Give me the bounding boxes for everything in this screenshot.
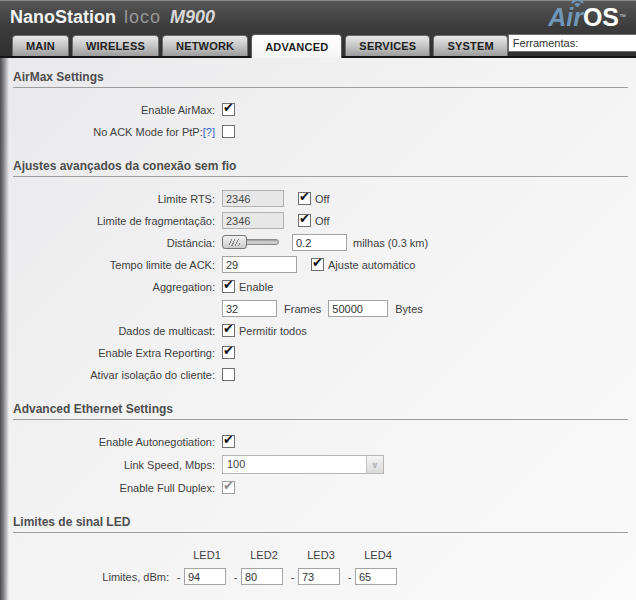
frag-limit-input[interactable]	[222, 212, 284, 229]
wifi-icon	[570, 0, 585, 7]
aggregation-frames-input[interactable]	[222, 300, 277, 317]
brand-model: M900	[170, 7, 215, 27]
tab-system[interactable]: SYSTEM	[433, 35, 507, 56]
link-speed-label: Link Speed, Mbps:	[0, 459, 222, 471]
enable-airmax-row: Enable AirMax:	[0, 101, 636, 118]
rts-off-checkbox[interactable]	[298, 192, 311, 205]
led2-input[interactable]	[241, 568, 283, 585]
minus-sign: -	[287, 571, 298, 583]
distance-slider[interactable]	[222, 235, 279, 250]
led1-header: LED1	[173, 549, 230, 561]
rts-off-label: Off	[315, 193, 329, 205]
led4-header: LED4	[344, 549, 401, 561]
main-content: AirMax Settings Enable AirMax: No ACK Mo…	[0, 58, 636, 600]
distance-unit: milhas (0.3 km)	[353, 237, 428, 249]
ack-timeout-input[interactable]	[222, 256, 297, 273]
airos-logo-os: OS	[583, 3, 619, 31]
auto-adjust-label: Ajuste automático	[328, 259, 415, 271]
client-isolation-row: Ativar isolação do cliente:	[0, 366, 636, 383]
distance-label: Distância:	[0, 237, 222, 249]
rts-row: Limite RTS: Off	[0, 190, 636, 207]
tab-services[interactable]: SERVICES	[345, 35, 430, 56]
led4-input[interactable]	[355, 568, 397, 585]
aggregation-params-row: Frames Bytes	[0, 300, 636, 317]
autonegotiation-label: Enable Autonegotiation:	[0, 436, 222, 448]
airmax-section: Enable AirMax: No ACK Mode for PtP:[?]	[0, 88, 636, 147]
help-link[interactable]: [?]	[203, 126, 215, 138]
autonegotiation-checkbox[interactable]	[222, 435, 235, 448]
brand-sub: loco	[124, 7, 161, 27]
tab-advanced[interactable]: ADVANCED	[251, 34, 342, 58]
tabs: MAIN WIRELESS NETWORK ADVANCED SERVICES …	[12, 34, 508, 56]
client-isolation-checkbox[interactable]	[222, 368, 235, 381]
tab-main[interactable]: MAIN	[12, 35, 69, 56]
full-duplex-label: Enable Full Duplex:	[0, 482, 222, 494]
tools-select[interactable]: Ferramentas: ∨	[508, 34, 636, 52]
multicast-allow-checkbox[interactable]	[222, 324, 235, 337]
airmax-section-title: AirMax Settings	[13, 70, 628, 88]
tab-bar: MAIN WIRELESS NETWORK ADVANCED SERVICES …	[0, 32, 636, 58]
led2-header: LED2	[230, 549, 287, 561]
aggregation-label: Aggregation:	[0, 281, 222, 293]
ethernet-section: Enable Autonegotiation: Link Speed, Mbps…	[0, 420, 636, 503]
tab-wireless[interactable]: WIRELESS	[72, 35, 159, 56]
rts-limit-input[interactable]	[222, 190, 284, 207]
led-headers-row: LED1 LED2 LED3 LED4	[0, 546, 636, 563]
enable-airmax-checkbox[interactable]	[222, 103, 235, 116]
frag-off-label: Off	[315, 215, 329, 227]
distance-row: Distância: milhas (0.3 km)	[0, 234, 636, 251]
frames-label: Frames	[284, 303, 321, 315]
wireless-adv-section: Limite RTS: Off Limite de fragmentação: …	[0, 177, 636, 390]
airos-logo: AirOS™	[548, 4, 626, 30]
aggregation-enable-checkbox[interactable]	[222, 280, 235, 293]
led-limits-label: Limites, dBm:	[0, 571, 173, 583]
no-ack-row: No ACK Mode for PtP:[?]	[0, 123, 636, 140]
led-limits-inputs: - - - -	[173, 568, 401, 585]
led-limits-row: Limites, dBm: - - - -	[0, 568, 636, 585]
bytes-label: Bytes	[395, 303, 423, 315]
led1-input[interactable]	[184, 568, 226, 585]
led3-input[interactable]	[298, 568, 340, 585]
link-speed-row: Link Speed, Mbps: 100 ∨	[0, 455, 636, 474]
slider-handle[interactable]	[222, 235, 247, 249]
auto-adjust-checkbox[interactable]	[311, 258, 324, 271]
slider-grip-icon	[229, 239, 240, 246]
minus-sign: -	[173, 571, 184, 583]
rts-label: Limite RTS:	[0, 193, 222, 205]
client-isolation-label: Ativar isolação do cliente:	[0, 369, 222, 381]
full-duplex-checkbox	[222, 481, 235, 494]
ack-timeout-label: Tempo limite de ACK:	[0, 259, 222, 271]
aggregation-enable-label: Enable	[239, 281, 273, 293]
minus-sign: -	[230, 571, 241, 583]
enable-airmax-label: Enable AirMax:	[0, 104, 222, 116]
header-tools: Ferramentas: ∨ Logout	[508, 33, 636, 52]
led-section-title: Limites de sinal LED	[13, 515, 628, 533]
no-ack-checkbox[interactable]	[222, 125, 235, 138]
airos-logo-tm: ™	[619, 13, 626, 20]
link-speed-select[interactable]: 100 ∨	[222, 455, 384, 474]
extra-reporting-checkbox[interactable]	[222, 346, 235, 359]
multicast-allow-label: Permitir todos	[239, 325, 307, 337]
extra-reporting-row: Enable Extra Reporting:	[0, 344, 636, 361]
aggregation-row: Aggregation: Enable	[0, 278, 636, 295]
multicast-label: Dados de multicast:	[0, 325, 222, 337]
wireless-adv-section-title: Ajustes avançados da conexão sem fio	[13, 159, 628, 177]
minus-sign: -	[344, 571, 355, 583]
device-brand: NanoStation loco M900	[10, 7, 215, 28]
extra-reporting-label: Enable Extra Reporting:	[0, 347, 222, 359]
led-headers: LED1 LED2 LED3 LED4	[173, 549, 401, 561]
frag-row: Limite de fragmentação: Off	[0, 212, 636, 229]
brand-name: NanoStation	[10, 7, 116, 27]
multicast-row: Dados de multicast: Permitir todos	[0, 322, 636, 339]
autonegotiation-row: Enable Autonegotiation:	[0, 433, 636, 450]
ack-timeout-row: Tempo limite de ACK: Ajuste automático	[0, 256, 636, 273]
full-duplex-row: Enable Full Duplex:	[0, 479, 636, 496]
tools-select-value: Ferramentas:	[509, 35, 636, 51]
tab-network[interactable]: NETWORK	[162, 35, 248, 56]
aggregation-bytes-input[interactable]	[328, 300, 388, 317]
chevron-down-icon: ∨	[366, 456, 383, 473]
frag-off-checkbox[interactable]	[298, 214, 311, 227]
distance-input[interactable]	[292, 234, 347, 251]
ethernet-section-title: Advanced Ethernet Settings	[13, 402, 628, 420]
link-speed-value: 100	[223, 456, 366, 473]
